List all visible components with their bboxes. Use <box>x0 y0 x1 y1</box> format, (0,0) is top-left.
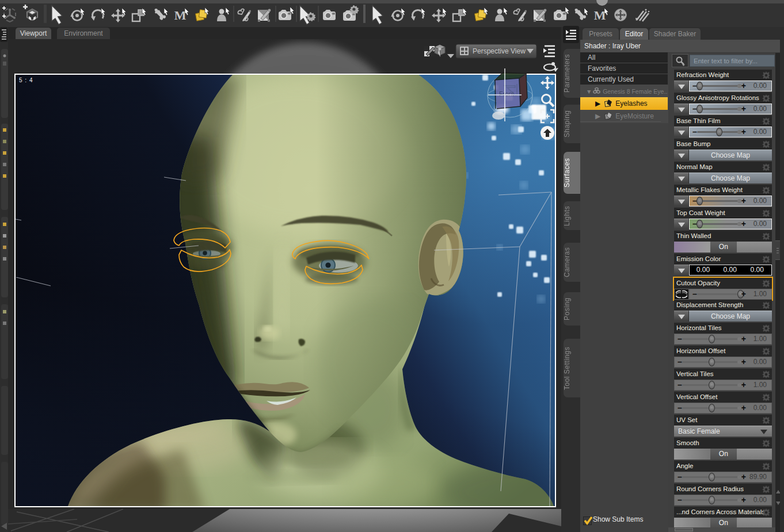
svg-text:Perspective View: Perspective View <box>473 47 526 55</box>
svg-text:5 : 4: 5 : 4 <box>19 77 33 83</box>
